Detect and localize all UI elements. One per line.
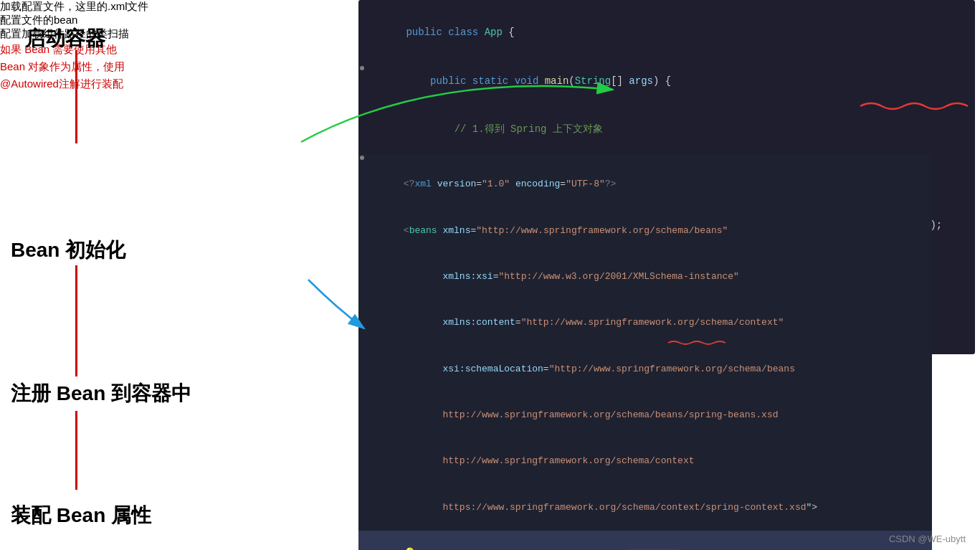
heading-qidong: 启动容器 <box>25 25 105 52</box>
xml-line-8: https://www.springframework.org/schema/c… <box>358 484 932 530</box>
xml-line-4: xmlns:content="http://www.springframewor… <box>358 300 932 346</box>
xml-line-9: 💡 <content:component-scan base-package="… <box>358 531 932 551</box>
heading-register: 注册 Bean 到容器中 <box>11 380 191 407</box>
xml-line-3: xmlns:xsi="http://www.w3.org/2001/XMLSch… <box>358 254 932 300</box>
xml-line-1: <?xml version="1.0" encoding="UTF-8"?> <box>358 161 932 207</box>
xml-line-2: <beans xmlns="http://www.springframework… <box>358 207 932 253</box>
credits: CSDN @WE-ubytt <box>889 534 966 544</box>
vline-qidong <box>75 50 77 143</box>
heading-assemble: 装配 Bean 属性 <box>11 502 151 529</box>
xml-line-5: xsi:schemaLocation="http://www.springfra… <box>358 346 932 392</box>
xml-line-6: http://www.springframework.org/schema/be… <box>358 392 932 438</box>
left-panel: 启动容器 加载配置文件，这里的.xml文件 Bean 初始化 配置文件的bean… <box>0 0 351 550</box>
code-block-2: <?xml version="1.0" encoding="UTF-8"?> <… <box>358 154 932 550</box>
xml-line-7: http://www.springframework.org/schema/co… <box>358 438 932 484</box>
code-line-2: public static void main(String[] args) { <box>358 57 975 105</box>
page-container: 启动容器 加载配置文件，这里的.xml文件 Bean 初始化 配置文件的bean… <box>0 0 980 550</box>
ann-jiazai: 加载配置文件，这里的.xml文件 <box>0 0 351 14</box>
code-line-3: // 1.得到 Spring 上下文对象 <box>358 105 975 153</box>
code-line-1: public class App { <box>358 9 975 57</box>
vline-beaninit <box>75 265 77 376</box>
vline-register <box>75 411 77 490</box>
heading-bean-init: Bean 初始化 <box>11 237 125 264</box>
